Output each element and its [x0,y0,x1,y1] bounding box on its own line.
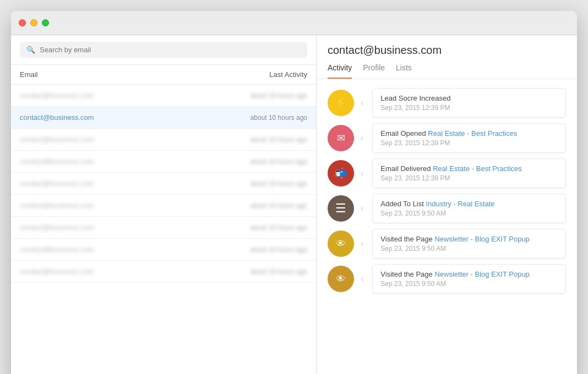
list-item[interactable]: contact@business.comabout 10 hours ago [11,239,316,261]
search-icon: 🔍 [26,46,35,54]
activity-item: ✉‹Email Opened Real Estate - Best Practi… [328,123,566,153]
search-wrapper: 🔍 [20,42,307,58]
close-button[interactable] [19,19,26,26]
contact-last-activity: about 10 hours ago [251,224,307,232]
activity-link[interactable]: Newsletter - Blog EXIT Popup [434,235,529,243]
tabs: ActivityProfileLists [328,63,566,79]
right-panel: contact@business.com ActivityProfileList… [317,35,577,374]
search-input[interactable] [40,46,301,54]
contact-email: contact@business.com [20,201,94,210]
activity-link[interactable]: Newsletter - Blog EXIT Popup [434,270,529,278]
contact-last-activity: about 10 hours ago [251,180,307,188]
activity-card: Added To List Industry - Real EstateSep … [372,194,566,223]
titlebar [11,11,577,35]
email-delivered-icon: 📬 [328,160,354,186]
contact-list: contact@business.comabout 10 hours agoco… [11,85,316,374]
email-open-icon: ✉ [328,125,354,151]
chevron-icon: ‹ [361,168,363,178]
list-item[interactable]: contact@business.comabout 10 hours ago [11,195,316,217]
app-window: 🔍 Email Last Activity contact@business.c… [11,11,577,374]
contact-last-activity: about 10 hours ago [251,268,307,276]
list-item[interactable]: contact@business.comabout 10 hours ago [11,129,316,151]
chevron-icon: ‹ [361,239,363,249]
left-panel: 🔍 Email Last Activity contact@business.c… [11,35,317,374]
chevron-icon: ‹ [361,204,363,213]
contact-last-activity: about 10 hours ago [251,246,307,254]
activity-item: 👁‹Visited the Page Newsletter - Blog EXI… [328,229,566,258]
activity-link[interactable]: Real Estate - Best Practices [433,164,522,173]
activity-card: Lead Socre IncreasedSep 23, 2015 12:39 P… [372,88,566,118]
activity-card: Email Opened Real Estate - Best Practice… [372,123,566,153]
activity-title: Lead Socre Increased [380,94,558,102]
list-item[interactable]: contact@business.comabout 10 hours ago [11,151,316,173]
activity-time: Sep 23, 2015 9:50 AM [380,245,558,252]
contact-last-activity: about 10 hours ago [251,136,307,144]
contact-last-activity: about 10 hours ago [251,202,307,210]
tab-activity[interactable]: Activity [328,63,352,79]
chevron-icon: ‹ [361,133,363,143]
activity-link[interactable]: Real Estate - Best Practices [428,129,517,138]
contact-email: contact@business.com [20,157,94,166]
activity-time: Sep 23, 2015 9:50 AM [380,280,558,288]
tab-profile[interactable]: Profile [363,63,385,79]
contact-email: contact@business.com [20,91,94,100]
list-item[interactable]: contact@business.comabout 10 hours ago [11,217,316,239]
activity-card: Email Delivered Real Estate - Best Pract… [372,158,566,188]
activity-item: ⚡‹Lead Socre IncreasedSep 23, 2015 12:39… [328,88,566,118]
list-item[interactable]: contact@business.comabout 10 hours ago [11,107,316,129]
search-bar: 🔍 [11,35,316,65]
activity-title: Added To List Industry - Real Estate [380,200,558,208]
contact-last-activity: about 10 hours ago [251,92,307,100]
chevron-icon: ‹ [361,274,363,284]
right-header: contact@business.com ActivityProfileList… [317,35,577,79]
contact-last-activity: about 10 hours ago [251,114,307,122]
contact-email: contact@business.com [20,113,94,122]
activity-feed: ⚡‹Lead Socre IncreasedSep 23, 2015 12:39… [317,79,577,374]
eye-icon: 👁 [328,266,354,292]
eye-icon: 👁 [328,230,354,257]
activity-card: Visited the Page Newsletter - Blog EXIT … [372,229,566,258]
contact-email: contact@business.com [20,223,94,232]
traffic-lights [19,19,49,26]
contact-email: contact@business.com [20,135,94,144]
contact-last-activity: about 10 hours ago [251,158,307,166]
activity-title: Email Opened Real Estate - Best Practice… [380,129,558,138]
activity-time: Sep 23, 2015 12:39 PM [380,139,558,147]
list-header: Email Last Activity [11,65,316,85]
contact-email: contact@business.com [20,245,94,254]
contact-email: contact@business.com [20,267,94,276]
list-icon: ☰ [328,195,354,222]
activity-link[interactable]: Industry - Real Estate [426,200,494,208]
activity-item: 👁‹Visited the Page Newsletter - Blog EXI… [328,264,566,294]
activity-column-header: Last Activity [269,70,307,79]
app-body: 🔍 Email Last Activity contact@business.c… [11,35,577,374]
contact-email: contact@business.com [20,179,94,188]
activity-time: Sep 23, 2015 12:39 PM [380,104,558,112]
activity-card: Visited the Page Newsletter - Blog EXIT … [372,264,566,294]
lightning-icon: ⚡ [328,90,354,116]
activity-item: ☰‹Added To List Industry - Real EstateSe… [328,194,566,223]
activity-title: Visited the Page Newsletter - Blog EXIT … [380,235,558,243]
list-item[interactable]: contact@business.comabout 10 hours ago [11,85,316,107]
maximize-button[interactable] [42,19,49,26]
activity-title: Visited the Page Newsletter - Blog EXIT … [380,270,558,278]
minimize-button[interactable] [30,19,37,26]
chevron-icon: ‹ [361,98,363,108]
contact-title: contact@business.com [328,44,566,57]
activity-time: Sep 23, 2015 12:38 PM [380,174,558,182]
activity-title: Email Delivered Real Estate - Best Pract… [380,164,558,173]
tab-lists[interactable]: Lists [396,63,412,79]
list-item[interactable]: contact@business.comabout 10 hours ago [11,261,316,283]
activity-item: 📬‹Email Delivered Real Estate - Best Pra… [328,158,566,188]
email-column-header: Email [20,70,38,79]
list-item[interactable]: contact@business.comabout 10 hours ago [11,173,316,195]
activity-time: Sep 23, 2015 9:50 AM [380,210,558,217]
